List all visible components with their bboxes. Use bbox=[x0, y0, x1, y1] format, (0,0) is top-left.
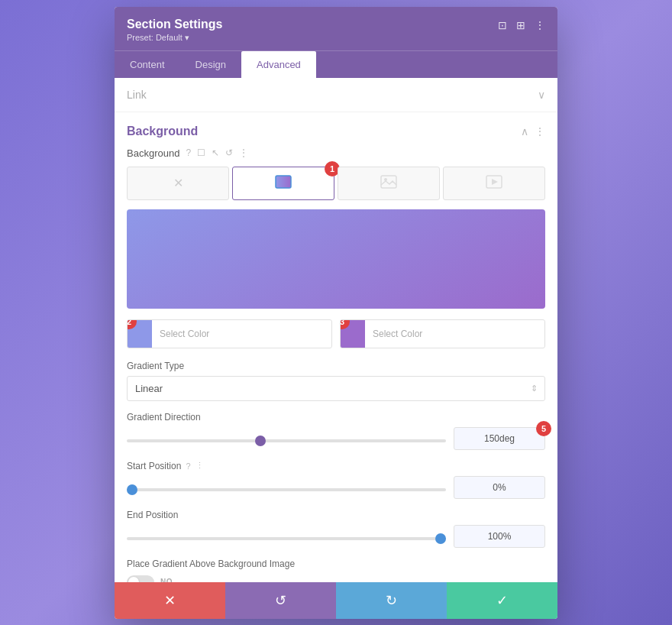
background-type-tabs: ✕ 1 bbox=[127, 167, 545, 200]
bg-type-image[interactable] bbox=[338, 167, 440, 200]
place-gradient-label: Place Gradient Above Background Image bbox=[127, 559, 545, 569]
section-settings-modal: Section Settings Preset: Default ▾ ⊡ ⊞ ⋮… bbox=[115, 7, 557, 619]
undo-button[interactable]: ↺ bbox=[225, 582, 336, 619]
cancel-icon: ✕ bbox=[164, 592, 176, 609]
start-position-slider[interactable] bbox=[127, 488, 446, 491]
bg-image-icon bbox=[380, 175, 397, 192]
gradient-direction-input[interactable] bbox=[454, 427, 545, 450]
color-label-2: Select Color bbox=[365, 329, 544, 339]
cancel-button[interactable]: ✕ bbox=[115, 582, 225, 619]
background-section-controls: ∧ ⋮ bbox=[521, 125, 545, 138]
gradient-direction-input-wrapper: 5 bbox=[454, 427, 545, 450]
place-gradient-toggle-row: Place Gradient Above Background Image NO bbox=[127, 559, 545, 582]
gradient-direction-label: Gradient Direction bbox=[127, 412, 545, 423]
save-button[interactable]: ✓ bbox=[447, 582, 557, 619]
end-position-input[interactable] bbox=[454, 525, 545, 548]
background-help-icon[interactable]: ? bbox=[186, 147, 191, 158]
bg-gradient-icon bbox=[275, 175, 292, 192]
bg-video-icon bbox=[486, 175, 502, 192]
gradient-direction-slider[interactable] bbox=[127, 439, 446, 442]
external-icon[interactable]: ⊡ bbox=[498, 19, 507, 31]
start-position-field: Start Position ? ⋮ bbox=[127, 461, 545, 499]
badge-5: 5 bbox=[536, 421, 551, 436]
link-label: Link bbox=[127, 89, 147, 101]
background-arrow-icon[interactable]: ↖ bbox=[212, 147, 219, 158]
tab-advanced[interactable]: Advanced bbox=[241, 51, 316, 78]
background-title: Background bbox=[127, 125, 198, 138]
color-stop-1[interactable]: 2 Select Color bbox=[127, 319, 332, 348]
gradient-direction-field: Gradient Direction 5 bbox=[127, 412, 545, 450]
modal-header: Section Settings Preset: Default ▾ ⊡ ⊞ ⋮ bbox=[115, 7, 557, 50]
header-icons: ⊡ ⊞ ⋮ bbox=[498, 19, 545, 31]
undo-icon: ↺ bbox=[275, 592, 286, 609]
redo-icon: ↻ bbox=[386, 592, 397, 609]
end-position-slider[interactable] bbox=[127, 537, 446, 540]
color-label-1: Select Color bbox=[152, 329, 331, 339]
background-cursor-icon[interactable]: ☐ bbox=[197, 147, 205, 158]
bg-type-video[interactable] bbox=[443, 167, 545, 200]
tab-bar: Content Design Advanced bbox=[115, 50, 557, 78]
bg-type-gradient[interactable]: 1 bbox=[232, 167, 334, 200]
background-label-row: Background ? ☐ ↖ ↺ ⋮ bbox=[127, 147, 545, 159]
start-position-input[interactable] bbox=[454, 476, 545, 499]
bg-type-none[interactable]: ✕ bbox=[127, 167, 229, 200]
modal-title: Section Settings bbox=[127, 18, 222, 31]
background-section-header: Background ∧ ⋮ bbox=[127, 125, 545, 138]
gradient-type-field: Gradient Type Linear Radial Conic bbox=[127, 361, 545, 401]
place-gradient-toggle-container: NO bbox=[127, 575, 545, 582]
redo-button[interactable]: ↻ bbox=[336, 582, 447, 619]
gradient-preview bbox=[127, 209, 545, 309]
gradient-direction-row: 5 bbox=[127, 427, 545, 450]
start-position-label: Start Position ? ⋮ bbox=[127, 461, 545, 471]
layout-icon[interactable]: ⊞ bbox=[516, 19, 525, 31]
place-gradient-toggle[interactable] bbox=[127, 575, 154, 582]
end-position-label: End Position bbox=[127, 510, 545, 520]
gradient-type-label: Gradient Type bbox=[127, 361, 545, 371]
color-pickers-row: 2 Select Color 3 Select Color bbox=[127, 319, 545, 348]
preset-selector[interactable]: Preset: Default ▾ bbox=[127, 33, 222, 43]
gradient-type-select-wrapper: Linear Radial Conic bbox=[127, 376, 545, 401]
end-position-slider-container bbox=[127, 529, 446, 543]
start-position-slider-container bbox=[127, 481, 446, 494]
background-reset-icon[interactable]: ↺ bbox=[225, 147, 233, 158]
tab-content[interactable]: Content bbox=[115, 51, 180, 78]
more-icon[interactable]: ⋮ bbox=[535, 19, 545, 31]
link-chevron: ∨ bbox=[538, 89, 545, 101]
link-section[interactable]: Link ∨ bbox=[115, 78, 557, 112]
end-position-field: End Position bbox=[127, 510, 545, 548]
background-more-icon[interactable]: ⋮ bbox=[535, 125, 545, 138]
start-position-row bbox=[127, 476, 545, 499]
gradient-direction-slider-container bbox=[127, 432, 446, 445]
background-field-label: Background bbox=[127, 147, 179, 159]
tab-design[interactable]: Design bbox=[180, 51, 241, 78]
start-position-help-icon[interactable]: ? bbox=[186, 461, 190, 471]
bg-none-icon: ✕ bbox=[173, 176, 183, 190]
gradient-type-select[interactable]: Linear Radial Conic bbox=[127, 376, 545, 401]
svg-rect-0 bbox=[276, 176, 291, 188]
start-position-more-icon[interactable]: ⋮ bbox=[195, 461, 204, 471]
svg-marker-4 bbox=[492, 179, 498, 185]
background-section: Background ∧ ⋮ Background ? ☐ ↖ ↺ ⋮ ✕ bbox=[115, 112, 557, 582]
background-options-icon[interactable]: ⋮ bbox=[239, 147, 248, 158]
modal-body: Link ∨ Background ∧ ⋮ Background ? ☐ ↖ ↺… bbox=[115, 78, 557, 582]
background-collapse-icon[interactable]: ∧ bbox=[521, 125, 528, 138]
save-icon: ✓ bbox=[496, 592, 508, 609]
end-position-row bbox=[127, 525, 545, 548]
color-stop-2[interactable]: 3 Select Color bbox=[340, 319, 545, 348]
modal-header-left: Section Settings Preset: Default ▾ bbox=[127, 18, 222, 43]
modal-footer: ✕ ↺ ↻ ✓ bbox=[115, 582, 557, 619]
